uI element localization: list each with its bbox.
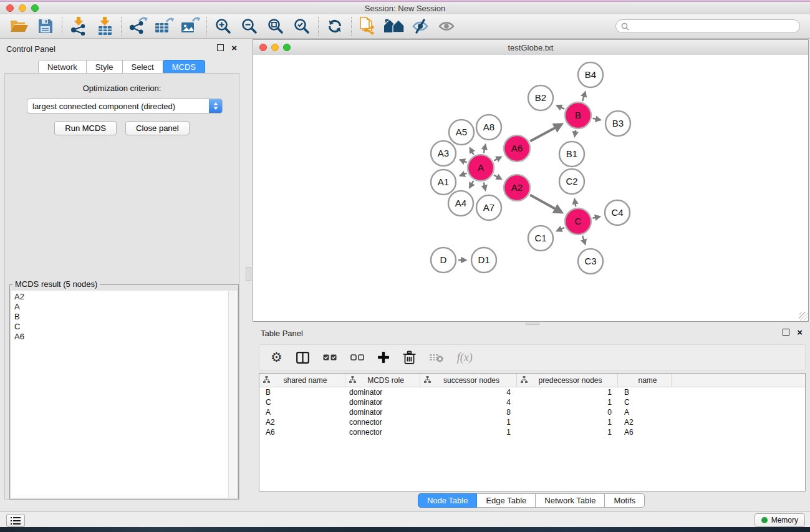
column-header-predecessor-nodes[interactable]: predecessor nodes [517,374,618,387]
table-row[interactable]: Bdominator41B [259,387,805,397]
close-panel-button[interactable]: Close panel [125,121,190,135]
hide-selected-button[interactable] [407,16,433,37]
select-all-columns-button[interactable] [323,354,337,360]
graph-node-A6[interactable]: A6 [504,135,530,162]
refresh-layout-button[interactable] [322,16,348,37]
graph-node-B1[interactable]: B1 [559,142,584,167]
control-panel-float-button[interactable] [217,44,224,51]
status-bar: Memory [0,511,810,528]
table-panel-float-button[interactable] [783,329,789,336]
open-session-button[interactable] [6,16,32,37]
tab-select[interactable]: Select [123,60,163,74]
maximize-window-button[interactable] [31,4,39,12]
deselect-all-columns-button[interactable] [350,354,364,360]
home-networks-button[interactable] [381,16,407,37]
mcds-result-item[interactable]: C [14,322,225,332]
tab-edge-table[interactable]: Edge Table [477,493,536,508]
zoom-out-button[interactable] [236,16,263,37]
memory-button[interactable]: Memory [755,513,805,527]
delete-column-button[interactable] [403,351,416,365]
table-tabs: Node TableEdge TableNetwork TableMotifs [253,493,810,508]
delete-table-button[interactable] [430,352,443,362]
zoom-fit-button[interactable] [263,16,289,37]
tab-motifs[interactable]: Motifs [605,493,645,508]
show-all-button[interactable] [433,16,460,37]
network-close-button[interactable] [259,44,267,51]
create-column-button[interactable] [378,352,389,363]
graph-node-A2[interactable]: A2 [504,175,530,201]
graph-node-C2[interactable]: C2 [559,169,584,194]
vertical-split-handle[interactable] [246,267,251,281]
network-maximize-button[interactable] [283,44,291,51]
save-session-button[interactable] [32,16,59,37]
graph-edge-B-B2 [557,105,565,109]
table-row[interactable]: Cdominator41C [259,397,805,407]
graph-node-C3[interactable]: C3 [578,249,603,274]
graph-node-A8[interactable]: A8 [476,115,501,140]
mcds-result-item[interactable]: A6 [14,332,225,342]
graph-node-A5[interactable]: A5 [449,120,474,145]
tab-network[interactable]: Network [38,60,87,74]
tab-style[interactable]: Style [87,60,123,74]
graph-edge-A-A7 [484,183,485,190]
graph-node-A7[interactable]: A7 [476,195,501,220]
column-header-MCDS-role[interactable]: MCDS role [345,374,420,387]
tab-node-table[interactable]: Node Table [418,493,478,508]
network-canvas[interactable]: AA1A2A3A4A5A6A7A8BB1B2B3B4CC1C2C3C4DD1 [253,55,808,321]
zoom-in-button[interactable] [210,16,236,37]
task-history-button[interactable] [6,514,25,527]
graph-node-A3[interactable]: A3 [431,141,456,166]
graph-node-C[interactable]: C [565,208,591,235]
new-network-from-file-button[interactable] [355,16,381,37]
control-panel-close-button[interactable]: × [231,44,237,51]
run-mcds-button[interactable]: Run MCDS [54,121,117,135]
graph-node-B2[interactable]: B2 [528,85,553,110]
network-minimize-button[interactable] [271,44,279,51]
column-header-successor-nodes[interactable]: successor nodes [420,374,517,387]
function-builder-button[interactable]: f(x) [457,351,473,364]
graph-node-A[interactable]: A [468,155,494,181]
graph-node-D1[interactable]: D1 [471,248,496,273]
export-network-button[interactable] [125,16,151,37]
table-row[interactable]: A6connector11A6 [259,427,805,437]
zoom-selected-button[interactable] [289,16,315,37]
graph-node-B[interactable]: B [565,102,591,128]
resize-grip[interactable] [799,312,808,321]
export-image-button[interactable] [177,16,203,37]
search-field[interactable] [615,19,800,33]
column-type-icon [517,376,528,385]
mcds-result-list: A2ABCA6 [11,291,228,498]
tab-mcds[interactable]: MCDS [163,60,205,74]
table-row[interactable]: A2connector11A2 [259,417,805,427]
dropdown-stepper-icon[interactable] [209,99,222,113]
column-header-shared-name[interactable]: shared name [259,374,345,387]
import-network-button[interactable] [65,16,92,37]
svg-text:B1: B1 [566,148,577,159]
mcds-result-item[interactable]: A [14,302,225,312]
graph-node-D[interactable]: D [431,248,456,273]
criterion-dropdown[interactable]: largest connected component (directed) [27,99,223,114]
column-type-icon [420,376,432,385]
search-input[interactable] [633,21,794,32]
minimize-window-button[interactable] [19,4,26,12]
show-columns-button[interactable] [296,352,309,364]
export-table-button[interactable] [151,16,177,37]
zoom-in-icon [215,18,231,34]
graph-node-C1[interactable]: C1 [528,226,553,251]
column-header-name[interactable]: name [618,374,672,387]
graph-node-B4[interactable]: B4 [578,62,603,87]
mcds-result-scrollbar[interactable] [228,291,237,498]
mcds-result-item[interactable]: A2 [14,292,225,302]
graph-node-A1[interactable]: A1 [431,170,456,195]
import-table-button[interactable] [92,16,118,37]
table-panel-close-button[interactable]: × [797,329,803,336]
graph-node-A4[interactable]: A4 [448,191,473,216]
mcds-result-item[interactable]: B [14,312,225,322]
graph-node-C4[interactable]: C4 [605,200,630,225]
table-row[interactable]: Adominator80A [259,407,805,417]
tab-network-table[interactable]: Network Table [536,493,605,508]
close-window-button[interactable] [6,4,14,12]
graph-node-B3[interactable]: B3 [605,111,630,136]
table-settings-button[interactable]: ⚙ [271,351,282,364]
network-canvas-area[interactable]: AA1A2A3A4A5A6A7A8BB1B2B3B4CC1C2C3C4DD1 [253,55,808,321]
